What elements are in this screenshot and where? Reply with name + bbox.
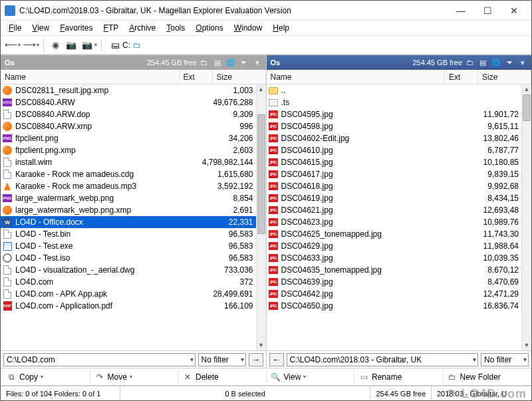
file-row[interactable]: JPGDSC04629.jpg11,988,64: [267, 240, 522, 252]
copy-button[interactable]: ⧉ Copy ▾: [2, 370, 90, 384]
menu-options[interactable]: Options: [192, 22, 227, 34]
file-row[interactable]: JPGDSC04615.jpg10,180,85: [267, 156, 522, 168]
left-filter-combo[interactable]: No filter ▾: [198, 353, 246, 366]
file-row[interactable]: LO4D.com - APK App.apk28,499,691: [1, 288, 256, 300]
right-path-combo[interactable]: C:\LO4D.com\2018.03 - Gibraltar, UK ▾: [287, 353, 479, 366]
menu-file[interactable]: File: [5, 22, 25, 34]
file-row[interactable]: JPGDSC04619.jpg8,434,15: [267, 192, 522, 204]
file-row[interactable]: PNGftpclient.png34,206: [1, 132, 256, 144]
scroll-down-icon[interactable]: ▼: [257, 340, 266, 350]
file-row[interactable]: LO4D - Test.iso96,583: [1, 252, 256, 264]
file-row[interactable]: PNGlarge_watermark_webp.png8,854: [1, 192, 256, 204]
right-col-ext[interactable]: Ext: [445, 70, 478, 84]
left-file-list[interactable]: DSC02811_result.jpg.xmp1,003ARWDSC08840.…: [1, 84, 256, 350]
file-row[interactable]: JPGDSC04625_tonemapped.jpg11,743,30: [267, 228, 522, 240]
left-ph-globe-icon[interactable]: 🌐: [225, 57, 237, 68]
file-row[interactable]: JPGDSC04635_tonemapped.jpg8,670,12: [267, 264, 522, 276]
file-row[interactable]: JPGDSC04623.jpg10,989,76: [267, 216, 522, 228]
right-col-size[interactable]: Size: [478, 70, 531, 84]
file-row[interactable]: JPGDSC04621.jpg12,693,48: [267, 204, 522, 216]
menu-favorites[interactable]: Favorites: [56, 22, 96, 34]
left-ph-filter-icon[interactable]: ⏷: [238, 57, 250, 68]
maximize-button[interactable]: ☐: [474, 1, 501, 20]
left-scroll-thumb[interactable]: [257, 114, 265, 234]
left-ph-folder-icon[interactable]: 🗀: [198, 57, 210, 68]
left-col-ext[interactable]: Ext: [180, 70, 213, 84]
camera1-icon[interactable]: 📷: [64, 38, 78, 53]
left-col-name[interactable]: Name: [1, 70, 180, 84]
right-ph-filter-icon[interactable]: ⏷: [503, 57, 515, 68]
delete-button[interactable]: ✕ Delete: [178, 370, 267, 384]
menu-archive[interactable]: Archive: [125, 22, 160, 34]
file-row[interactable]: WLO4D - Office.docx22,331: [1, 216, 256, 228]
right-ph-list-icon[interactable]: ▤: [477, 57, 489, 68]
camera2-icon[interactable]: 📷: [80, 38, 94, 53]
file-row[interactable]: JPGDSC04650.jpg16,836,74: [267, 300, 522, 312]
left-go-button[interactable]: →: [249, 353, 263, 366]
right-scroll-thumb[interactable]: [523, 94, 531, 121]
view-button[interactable]: 🔍 View ▾: [267, 370, 355, 384]
right-back-button[interactable]: ←: [269, 353, 284, 366]
left-scrollbar[interactable]: ▲ ▼: [256, 84, 266, 350]
stop-button[interactable]: ◉: [48, 38, 63, 53]
file-row[interactable]: install.wim4,798,982,144: [1, 156, 256, 168]
right-ph-menu-icon[interactable]: ▾: [517, 57, 529, 68]
rename-button[interactable]: ▭ Rename: [354, 370, 443, 384]
file-row[interactable]: JPGDSC04642.jpg12,471,29: [267, 288, 522, 300]
file-row[interactable]: .ts: [267, 96, 522, 108]
scroll-down-icon[interactable]: ▼: [522, 340, 531, 350]
move-button[interactable]: ↷ Move ▾: [90, 370, 179, 384]
menu-tools[interactable]: Tools: [162, 22, 189, 34]
right-ph-globe-icon[interactable]: 🌐: [490, 57, 502, 68]
file-row[interactable]: JPGDSC04595.jpg11,901,72: [267, 108, 522, 120]
back-button[interactable]: ⟵: [3, 38, 18, 53]
menu-help[interactable]: Help: [269, 22, 293, 34]
forward-button[interactable]: ⟶: [22, 38, 37, 53]
right-file-list[interactable]: ...tsJPGDSC04595.jpg11,901,72JPGDSC04598…: [267, 84, 522, 350]
file-row[interactable]: LO4D.com372: [1, 276, 256, 288]
drive-label[interactable]: C:: [122, 41, 130, 50]
right-col-name[interactable]: Name: [267, 70, 446, 84]
file-row[interactable]: JPGDSC04633.jpg10,039,35: [267, 252, 522, 264]
file-row[interactable]: LO4D - Test.exe96,583: [1, 240, 256, 252]
file-row[interactable]: ..: [267, 84, 522, 96]
scroll-up-icon[interactable]: ▲: [522, 84, 531, 94]
drive-folder-icon[interactable]: 🗀: [133, 41, 141, 50]
file-name: DSC04650.jpg: [281, 301, 467, 311]
menu-window[interactable]: Window: [230, 22, 267, 34]
minimize-button[interactable]: —: [448, 1, 474, 20]
file-row[interactable]: DSC02811_result.jpg.xmp1,003: [1, 84, 256, 96]
file-row[interactable]: ftpclient.png.xmp2,603: [1, 144, 256, 156]
menu-view[interactable]: View: [28, 22, 53, 34]
file-row[interactable]: JPGDSC04602-Edit.jpg13,802,46: [267, 132, 522, 144]
drives-icon[interactable]: 🖴: [111, 40, 120, 50]
right-filter-combo[interactable]: No filter ▾: [481, 353, 529, 366]
file-row[interactable]: LO4D - visualization_-_aerial.dwg733,036: [1, 264, 256, 276]
file-row[interactable]: PDFLO4D.com - Application.pdf166,109: [1, 300, 256, 312]
close-button[interactable]: ✕: [501, 1, 527, 20]
file-row[interactable]: large_watermark_webp.png.xmp2,691: [1, 204, 256, 216]
right-ph-folder-icon[interactable]: 🗀: [464, 57, 475, 68]
left-path-combo[interactable]: C:\LO4D.com ▾: [3, 353, 196, 366]
file-row[interactable]: JPGDSC04617.jpg9,839,15: [267, 168, 522, 180]
new-folder-button[interactable]: 🗀 New Folder: [443, 370, 531, 384]
left-pane-header[interactable]: Os 254.45 GB free 🗀 ▤ 🌐 ⏷ ▾: [1, 55, 266, 70]
file-row[interactable]: Karaoke - Rock me amadeus.mp33,592,192: [1, 180, 256, 192]
file-row[interactable]: JPGDSC04618.jpg9,992,68: [267, 180, 522, 192]
status-bar: Files: 0 of 104 Folders: 0 of 1 0 B sele…: [1, 386, 531, 400]
file-row[interactable]: ARWDSC08840.ARW49,676,288: [1, 96, 256, 108]
left-col-size[interactable]: Size: [213, 70, 266, 84]
file-row[interactable]: JPGDSC04639.jpg8,470,69: [267, 276, 522, 288]
file-row[interactable]: DSC08840.ARW.xmp996: [1, 120, 256, 132]
menu-ftp[interactable]: FTP: [100, 22, 123, 34]
scroll-up-icon[interactable]: ▲: [257, 84, 266, 94]
file-row[interactable]: DSC08840.ARW.dop9,309: [1, 108, 256, 120]
file-row[interactable]: JPGDSC04610.jpg6,787,77: [267, 144, 522, 156]
left-ph-list-icon[interactable]: ▤: [211, 57, 223, 68]
right-pane-header[interactable]: Os 254.45 GB free 🗀 ▤ 🌐 ⏷ ▾: [267, 55, 532, 70]
file-row[interactable]: Karaoke - Rock me amadeus.cdg1,615,680: [1, 168, 256, 180]
file-row[interactable]: JPGDSC04598.jpg9,615,11: [267, 120, 522, 132]
file-row[interactable]: LO4D - Test.bin96,583: [1, 228, 256, 240]
right-scrollbar[interactable]: ▲ ▼: [521, 84, 531, 350]
left-ph-menu-icon[interactable]: ▾: [251, 57, 263, 68]
